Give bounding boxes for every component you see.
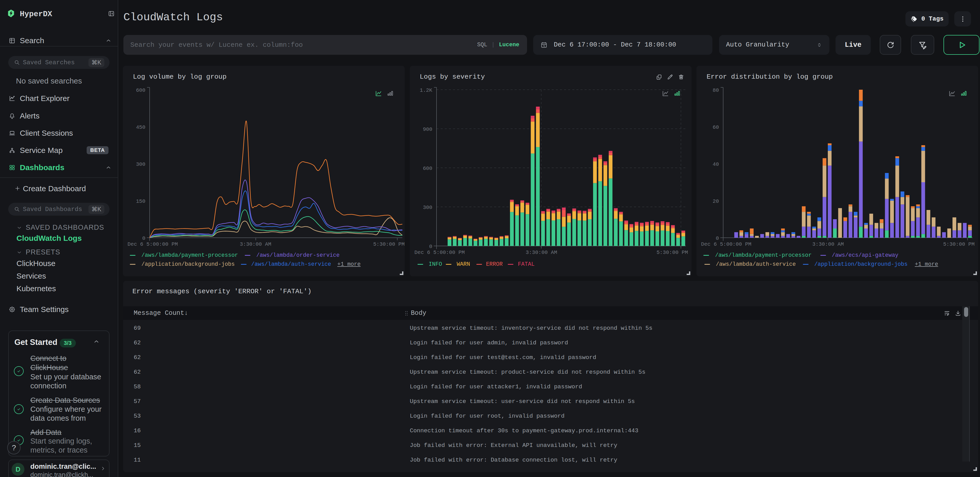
svg-text:40: 40 [713,161,719,167]
svg-text:60: 60 [713,124,719,130]
svg-text:Dec 6 5:00:00 PM: Dec 6 5:00:00 PM [414,250,465,256]
svg-text:Dec 6 5:00:00 PM: Dec 6 5:00:00 PM [127,241,178,247]
svg-text:600: 600 [136,87,145,93]
svg-text:0: 0 [142,235,145,241]
svg-text:900: 900 [423,126,432,132]
svg-text:3:30:00 AM: 3:30:00 AM [525,250,557,256]
svg-text:450: 450 [136,124,145,130]
svg-text:20: 20 [713,199,719,204]
svg-text:300: 300 [423,205,432,210]
svg-text:300: 300 [136,161,145,167]
svg-text:5:30:00 PM: 5:30:00 PM [943,241,975,247]
svg-text:80: 80 [713,87,719,93]
svg-text:0: 0 [716,235,719,241]
svg-text:5:30:00 PM: 5:30:00 PM [656,250,688,256]
svg-text:150: 150 [136,199,145,204]
svg-text:Dec 6 5:00:00 PM: Dec 6 5:00:00 PM [701,241,751,247]
svg-text:0: 0 [429,244,432,250]
svg-text:1.2K: 1.2K [420,87,433,93]
svg-text:3:30:00 AM: 3:30:00 AM [240,241,271,247]
svg-text:3:30:00 AM: 3:30:00 AM [812,241,844,247]
svg-text:600: 600 [423,165,432,172]
svg-text:5:30:00 PM: 5:30:00 PM [373,241,405,247]
